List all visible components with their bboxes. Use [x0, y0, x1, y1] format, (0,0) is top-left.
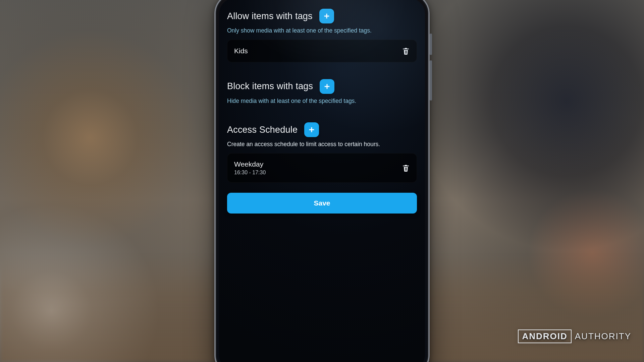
add-allow-tag-button[interactable]	[319, 9, 334, 23]
phone-screen: Allow items with tags Only show media wi…	[219, 0, 425, 362]
trash-icon[interactable]	[402, 164, 410, 172]
block-tags-hint: Hide media with at least one of the spec…	[227, 97, 417, 105]
phone-side-button	[430, 60, 432, 101]
schedule-time: 16:30 - 17:30	[234, 170, 266, 176]
allow-tag-item[interactable]: Kids	[227, 40, 417, 62]
watermark-brand-rest: AUTHORITY	[575, 331, 631, 342]
watermark: ANDROID AUTHORITY	[518, 329, 631, 343]
section-header: Block items with tags	[227, 79, 417, 94]
phone-side-button	[430, 34, 432, 55]
phone-frame: Allow items with tags Only show media wi…	[214, 0, 430, 362]
block-tags-title: Block items with tags	[227, 81, 313, 92]
schedule-item[interactable]: Weekday 16:30 - 17:30	[227, 153, 417, 183]
access-schedule-section: Access Schedule Create an access schedul…	[227, 120, 417, 187]
access-schedule-hint: Create an access schedule to limit acces…	[227, 140, 417, 148]
allow-tags-hint: Only show media with at least one of the…	[227, 27, 417, 35]
watermark-brand-boxed: ANDROID	[518, 329, 571, 343]
add-schedule-button[interactable]	[304, 122, 319, 137]
schedule-label: Weekday	[234, 160, 266, 168]
save-button[interactable]: Save	[227, 193, 417, 214]
allow-tags-title: Allow items with tags	[227, 11, 313, 21]
plus-icon	[323, 12, 330, 20]
plus-icon	[308, 126, 315, 133]
trash-icon[interactable]	[402, 47, 410, 55]
allow-tags-section: Allow items with tags Only show media wi…	[227, 6, 417, 66]
add-block-tag-button[interactable]	[320, 79, 334, 94]
section-header: Access Schedule	[227, 122, 417, 137]
block-tags-section: Block items with tags Hide media with at…	[227, 76, 417, 110]
plus-icon	[323, 83, 331, 90]
section-header: Allow items with tags	[227, 9, 417, 23]
tag-label: Kids	[234, 47, 248, 55]
access-schedule-title: Access Schedule	[227, 125, 298, 135]
